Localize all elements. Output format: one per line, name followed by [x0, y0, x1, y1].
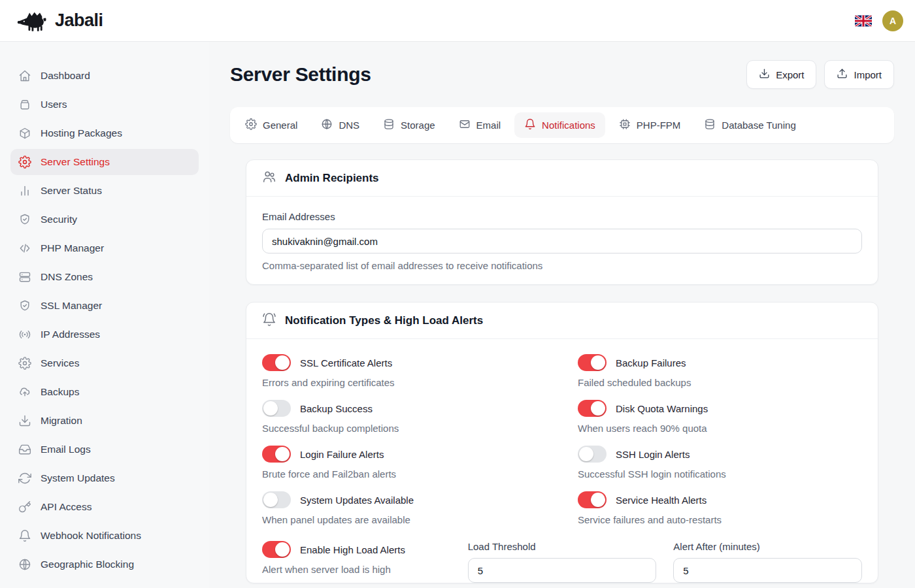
toggle-ssh-login-alerts[interactable]	[578, 446, 607, 463]
bell-icon	[18, 529, 31, 542]
sidebar-item-api-access[interactable]: API Access	[10, 494, 199, 520]
sidebar-item-server-status[interactable]: Server Status	[10, 178, 199, 204]
email-addresses-label: Email Addresses	[262, 211, 862, 222]
inbox-icon	[18, 443, 31, 456]
download-icon	[759, 68, 770, 81]
sidebar-item-ssl-manager[interactable]: SSL Manager	[10, 293, 199, 319]
toggle-row: SSH Login Alerts Successful SSH login no…	[578, 446, 862, 480]
toggle-login-failure-alerts[interactable]	[262, 446, 291, 463]
alert-after-label: Alert After (minutes)	[673, 541, 862, 552]
toggle-service-health-alerts[interactable]	[578, 491, 607, 508]
main-content: Server Settings Export Import General DN…	[209, 42, 915, 583]
tab-notifications[interactable]: Notifications	[514, 112, 605, 138]
key-icon	[18, 500, 31, 514]
bell-ring-icon	[262, 312, 276, 329]
shield-check-icon	[18, 213, 31, 226]
admin-recipients-card: Admin Recipients Email Addresses Comma-s…	[246, 159, 878, 285]
toggle-row: Service Health Alerts Service failures a…	[578, 491, 862, 525]
envelope-icon	[459, 118, 471, 132]
export-button[interactable]: Export	[746, 60, 816, 89]
toggle-row: Backup Failures Failed scheduled backups	[578, 354, 862, 388]
tab-dns[interactable]: DNS	[311, 112, 369, 138]
bar-chart-icon	[18, 184, 31, 197]
tab-general[interactable]: General	[235, 112, 307, 138]
settings-tabbar: General DNS Storage Email Notifications …	[230, 107, 894, 143]
sidebar-item-services[interactable]: Services	[10, 350, 199, 376]
sidebar-item-backups[interactable]: Backups	[10, 379, 199, 405]
alert-after-input[interactable]	[673, 558, 862, 583]
gear-icon	[18, 357, 31, 370]
card-title: Notification Types & High Load Alerts	[285, 314, 483, 327]
toggle-row: SSL Certificate Alerts Errors and expiri…	[262, 354, 546, 388]
tab-php-fpm[interactable]: PHP-FPM	[609, 112, 691, 138]
sidebar-item-webhook-notifications[interactable]: Webhook Notifications	[10, 523, 199, 549]
cpu-icon	[619, 118, 631, 132]
radio-waves-icon	[18, 328, 31, 341]
database-icon	[383, 118, 395, 132]
sidebar-item-ip-addresses[interactable]: IP Addresses	[10, 321, 199, 348]
email-addresses-input[interactable]	[262, 229, 862, 253]
toggle-grid: SSL Certificate Alerts Errors and expiri…	[246, 339, 878, 583]
sidebar-item-system-updates[interactable]: System Updates	[10, 465, 199, 491]
tab-database-tuning[interactable]: Database Tuning	[694, 112, 805, 138]
toggle-row: Login Failure Alerts Brute force and Fai…	[262, 446, 546, 480]
high-load-section: Enable High Load Alerts Alert when serve…	[262, 541, 862, 583]
home-icon	[18, 69, 31, 82]
toggle-ssl-certificate-alerts[interactable]	[262, 354, 291, 371]
language-uk-flag-icon[interactable]	[855, 15, 872, 27]
load-threshold-label: Load Threshold	[468, 541, 657, 552]
tab-storage[interactable]: Storage	[373, 112, 445, 138]
sidebar-item-php-manager[interactable]: PHP Manager	[10, 235, 199, 261]
download-icon	[18, 414, 31, 427]
boar-logo-icon	[17, 9, 50, 33]
brand-logo: Jabali	[17, 9, 103, 33]
brand-name: Jabali	[55, 10, 103, 31]
sidebar-item-security[interactable]: Security	[10, 206, 199, 233]
users-group-icon	[262, 170, 276, 187]
toggle-disk-quota-warnings[interactable]	[578, 400, 607, 417]
server-stack-icon	[18, 270, 31, 284]
toggle-row: Disk Quota Warnings When users reach 90%…	[578, 400, 862, 434]
shield-check-icon	[18, 299, 31, 312]
toggle-system-updates-available[interactable]	[262, 491, 291, 508]
cloud-upload-icon	[18, 385, 31, 399]
sidebar-item-geographic-blocking[interactable]: Geographic Blocking	[10, 551, 199, 578]
toggle-row: Enable High Load Alerts Alert when serve…	[262, 541, 451, 583]
import-button[interactable]: Import	[824, 60, 894, 89]
card-title: Admin Recipients	[285, 172, 379, 185]
gear-icon	[245, 118, 257, 132]
sidebar-item-hosting-packages[interactable]: Hosting Packages	[10, 120, 199, 146]
toggle-backup-success[interactable]	[262, 400, 291, 417]
sidebar-item-email-logs[interactable]: Email Logs	[10, 436, 199, 463]
globe-icon	[321, 118, 333, 132]
sidebar-item-users[interactable]: Users	[10, 91, 199, 118]
bell-icon	[524, 118, 536, 132]
database-icon	[704, 118, 716, 132]
refresh-icon	[18, 472, 31, 485]
top-header: Jabali A	[0, 0, 915, 42]
notification-types-card: Notification Types & High Load Alerts SS…	[246, 302, 878, 583]
sidebar-item-dns-zones[interactable]: DNS Zones	[10, 264, 199, 290]
drawer-box-icon	[18, 98, 31, 111]
toggle-backup-failures[interactable]	[578, 354, 607, 371]
toggle-enable-high-load-alerts[interactable]	[262, 541, 291, 558]
sidebar-nav: Dashboard Users Hosting Packages Server …	[0, 42, 209, 588]
tab-email[interactable]: Email	[449, 112, 511, 138]
sidebar-item-dashboard[interactable]: Dashboard	[10, 63, 199, 89]
gear-icon	[18, 155, 31, 169]
load-threshold-input[interactable]	[468, 558, 657, 583]
toggle-row: System Updates Available When panel upda…	[262, 491, 546, 525]
sidebar-item-migration[interactable]: Migration	[10, 408, 199, 434]
avatar[interactable]: A	[882, 10, 903, 31]
page-title: Server Settings	[230, 63, 371, 86]
cube-icon	[18, 127, 31, 140]
upload-icon	[837, 68, 848, 81]
toggle-row: Backup Success Successful backup complet…	[262, 400, 546, 434]
globe-icon	[18, 558, 31, 571]
sidebar-item-server-settings[interactable]: Server Settings	[10, 149, 199, 175]
code-icon	[18, 242, 31, 255]
email-addresses-help: Comma-separated list of email addresses …	[262, 260, 862, 271]
